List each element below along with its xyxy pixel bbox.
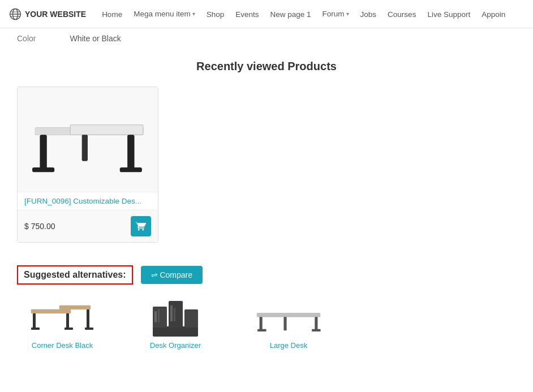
nav-list: Home Mega menu item ▾ Shop Events New pa… [97, 7, 524, 20]
corner-desk-label: Corner Desk Black [32, 341, 93, 350]
recently-viewed-title: Recently viewed Products [17, 60, 516, 73]
product-card: [FURN_0096] Customizable Des... $ 750.00 [17, 87, 158, 243]
svg-rect-18 [65, 328, 73, 330]
nav-item-jobs[interactable]: Jobs [356, 10, 381, 19]
chevron-down-icon: ▾ [192, 11, 195, 17]
svg-rect-32 [283, 317, 286, 330]
product-footer: $ 750.00 [18, 210, 158, 242]
svg-rect-20 [85, 328, 93, 330]
svg-rect-11 [120, 167, 142, 172]
suggested-item-organizer[interactable]: Desk Organizer [141, 298, 209, 350]
svg-rect-33 [315, 317, 317, 330]
svg-rect-34 [312, 329, 320, 331]
corner-desk-image [28, 298, 96, 338]
svg-rect-15 [33, 313, 36, 329]
svg-rect-12 [82, 135, 88, 161]
product-image [18, 87, 158, 192]
large-desk-label: Large Desk [270, 341, 307, 350]
color-label: Color [17, 34, 36, 43]
nav-item-newpage[interactable]: New page 1 [266, 10, 316, 19]
navbar: YOUR WEBSITE Home Mega menu item ▾ Shop … [0, 0, 533, 28]
svg-rect-21 [153, 326, 198, 337]
nav-link-courses[interactable]: Courses [383, 8, 420, 21]
product-price: $ 750.00 [24, 222, 55, 231]
suggested-title: Suggested alternatives: [17, 265, 133, 285]
organizer-image [141, 298, 209, 338]
nav-item-home[interactable]: Home [97, 10, 127, 19]
organizer-label: Desk Organizer [150, 341, 201, 350]
svg-rect-24 [184, 309, 198, 328]
nav-item-events[interactable]: Events [231, 10, 263, 19]
svg-rect-19 [87, 309, 89, 329]
nav-link-jobs[interactable]: Jobs [356, 8, 381, 21]
svg-rect-10 [127, 135, 134, 170]
desk-svg [23, 93, 152, 186]
nav-link-home[interactable]: Home [97, 8, 127, 21]
cart-icon [136, 221, 146, 231]
nav-link-newpage[interactable]: New page 1 [266, 8, 316, 21]
svg-rect-30 [260, 317, 263, 330]
svg-rect-13 [31, 309, 71, 313]
nav-item-livesupport[interactable]: Live Support [423, 10, 475, 19]
svg-rect-29 [257, 313, 320, 317]
globe-icon [9, 8, 22, 20]
brand-name: YOUR WEBSITE [25, 10, 86, 19]
nav-link-mega[interactable]: Mega menu item ▾ [129, 7, 200, 20]
svg-rect-25 [154, 311, 157, 322]
main-content: Color White or Black Recently viewed Pro… [0, 28, 533, 367]
svg-rect-7 [70, 125, 143, 135]
svg-rect-26 [158, 309, 160, 322]
svg-rect-8 [40, 135, 46, 170]
svg-rect-16 [31, 328, 40, 330]
suggested-item-large-desk[interactable]: Large Desk [255, 298, 323, 350]
nav-item-mega[interactable]: Mega menu item ▾ [129, 7, 200, 20]
nav-item-courses[interactable]: Courses [383, 10, 420, 19]
nav-item-appoin[interactable]: Appoin [477, 10, 510, 19]
nav-link-appoin[interactable]: Appoin [477, 8, 510, 21]
svg-rect-27 [170, 305, 173, 321]
brand[interactable]: YOUR WEBSITE [9, 8, 86, 20]
large-desk-image [255, 298, 323, 338]
suggested-items: Corner Desk Black [17, 298, 516, 350]
product-grid: [FURN_0096] Customizable Des... $ 750.00 [17, 87, 516, 243]
product-title[interactable]: [FURN_0096] Customizable Des... [18, 192, 158, 210]
nav-item-forum[interactable]: Forum ▾ [318, 7, 354, 20]
svg-rect-9 [32, 167, 54, 172]
add-to-cart-button[interactable] [131, 216, 151, 236]
suggested-header: Suggested alternatives: ⇌ Compare [17, 265, 516, 285]
suggested-section: Suggested alternatives: ⇌ Compare [17, 265, 516, 350]
chevron-down-icon-forum: ▾ [346, 11, 349, 17]
nav-link-forum[interactable]: Forum ▾ [318, 7, 354, 20]
nav-link-events[interactable]: Events [231, 8, 263, 21]
color-value: White or Black [70, 34, 121, 43]
svg-rect-28 [174, 308, 175, 321]
nav-item-shop[interactable]: Shop [202, 10, 229, 19]
svg-rect-17 [66, 313, 69, 329]
nav-link-shop[interactable]: Shop [202, 8, 229, 21]
color-row: Color White or Black [17, 28, 516, 49]
suggested-item-corner-desk[interactable]: Corner Desk Black [28, 298, 96, 350]
svg-rect-14 [59, 305, 91, 309]
nav-link-livesupport[interactable]: Live Support [423, 8, 475, 21]
compare-button[interactable]: ⇌ Compare [141, 266, 203, 284]
svg-rect-31 [257, 329, 266, 331]
